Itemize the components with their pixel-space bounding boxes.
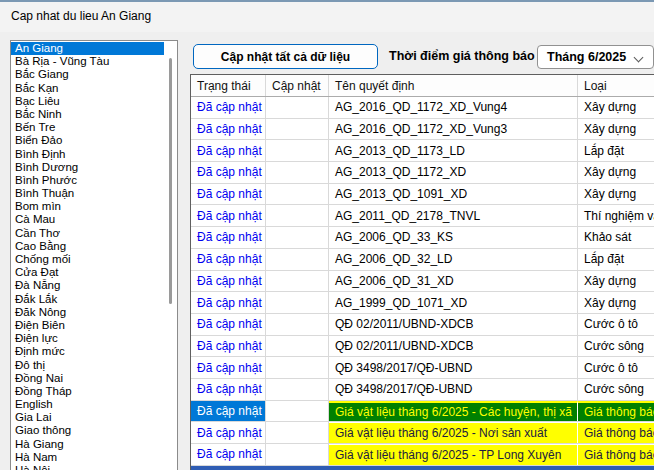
update-all-button[interactable]: Cập nhật tất cả dữ liệu xyxy=(193,44,378,69)
column-header-status[interactable]: Trạng thái xyxy=(191,75,266,96)
table-row[interactable]: Đã cập nhật AG_2013_QD_1173_LD Lắp đặt xyxy=(191,140,654,162)
partial-next-row[interactable] xyxy=(191,466,654,470)
list-item[interactable]: Bà Rịa - Vũng Tàu xyxy=(11,55,164,68)
province-list-scrollbar[interactable] xyxy=(165,41,177,470)
cell-update xyxy=(266,97,329,118)
list-item[interactable]: Cà Mau xyxy=(11,213,164,226)
list-item[interactable]: Bình Định xyxy=(11,148,164,161)
table-row[interactable]: Đã cập nhật QĐ 02/2011/UBND-XDCB Cước sô… xyxy=(191,336,654,358)
cell-name: AG_1999_QD_1071_XD xyxy=(329,292,578,313)
table-row[interactable]: Đã cập nhật QĐ 3498/2017/QĐ-UBND Cước sô… xyxy=(191,379,654,401)
list-item[interactable]: Bình Dương xyxy=(11,161,164,174)
list-item[interactable]: Bắc Giang xyxy=(11,68,164,81)
list-item[interactable]: Đồng Nai xyxy=(11,372,164,385)
list-item[interactable]: Hà Nội xyxy=(11,464,164,470)
list-item[interactable]: An Giang xyxy=(11,42,164,55)
province-list-items: An GiangBà Rịa - Vũng TàuBắc GiangBắc Kạ… xyxy=(11,41,177,470)
list-item[interactable]: Đồng Tháp xyxy=(11,385,164,398)
table-row[interactable]: Đã cập nhật AG_2016_QD_1172_XD_Vung3 Xây… xyxy=(191,119,654,141)
table-row[interactable]: Đã cập nhật QĐ 02/2011/UBND-XDCB Cước ô … xyxy=(191,314,654,336)
cell-status: Đã cập nhật xyxy=(191,140,266,161)
table-body: Đã cập nhật AG_2016_QD_1172_XD_Vung4 Xây… xyxy=(191,97,654,466)
list-item[interactable]: Cần Thơ xyxy=(11,227,164,240)
list-item[interactable]: Điện lực xyxy=(11,332,164,345)
list-item[interactable]: Hà Giang xyxy=(11,438,164,451)
price-time-label: Thời điểm giá thông báo xyxy=(389,44,535,69)
titlebar: Cap nhat du lieu An Giang xyxy=(0,0,654,32)
update-data-window: Cap nhat du lieu An Giang An GiangBà Rịa… xyxy=(0,0,654,470)
cell-update xyxy=(266,227,329,248)
cell-type: Cước ô tô xyxy=(578,314,654,335)
scrollbar-thumb[interactable] xyxy=(169,58,172,304)
cell-type: Cước sông xyxy=(578,336,654,357)
table-row[interactable]: Đã cập nhật AG_2011_QD_2178_TNVL Thí ngh… xyxy=(191,205,654,227)
column-header-name[interactable]: Tên quyết định xyxy=(329,75,578,96)
list-item[interactable]: Hà Nam xyxy=(11,451,164,464)
cell-update xyxy=(266,162,329,183)
table-row[interactable]: Đã cập nhật AG_2006_QD_32_LD Lắp đặt xyxy=(191,249,654,271)
list-item[interactable]: Chống mối xyxy=(11,253,164,266)
cell-type: Cước sông xyxy=(578,379,654,400)
list-item[interactable]: Cửa Đạt xyxy=(11,266,164,279)
cell-update xyxy=(266,336,329,357)
cell-update xyxy=(266,401,329,422)
cell-update xyxy=(266,444,329,465)
list-item[interactable]: Đăk Nông xyxy=(11,306,164,319)
cell-status: Đã cập nhật xyxy=(191,119,266,140)
list-item[interactable]: Giao thông xyxy=(11,424,164,437)
cell-name: QĐ 3498/2017/QĐ-UBND xyxy=(329,357,578,378)
list-item[interactable]: Bình Phước xyxy=(11,174,164,187)
cell-status: Đã cập nhật xyxy=(191,336,266,357)
list-item[interactable]: Định mức xyxy=(11,345,164,358)
table-row[interactable]: Đã cập nhật QĐ 3498/2017/QĐ-UBND Cước ô … xyxy=(191,357,654,379)
list-item[interactable]: Bến Tre xyxy=(11,121,164,134)
list-item[interactable]: Bình Thuận xyxy=(11,187,164,200)
cell-status: Đã cập nhật xyxy=(191,401,266,422)
cell-type: Khảo sát xyxy=(578,227,654,248)
price-time-combobox[interactable]: Tháng 6/2025 xyxy=(537,45,654,69)
cell-status: Đã cập nhật xyxy=(191,249,266,270)
cell-update xyxy=(266,249,329,270)
list-item[interactable]: Bạc Liêu xyxy=(11,95,164,108)
cell-type: Xây dựng xyxy=(578,271,654,292)
table-row[interactable]: Đã cập nhật AG_2006_QD_33_KS Khảo sát xyxy=(191,227,654,249)
table-row[interactable]: Đã cập nhật AG_2013_QD_1091_XD Xây dựng xyxy=(191,184,654,206)
cell-name: AG_2006_QD_33_KS xyxy=(329,227,578,248)
table-row[interactable]: Đã cập nhật AG_1999_QD_1071_XD Xây dựng xyxy=(191,292,654,314)
price-time-value: Tháng 6/2025 xyxy=(538,50,635,64)
table-row[interactable]: Đã cập nhật AG_2006_QD_31_XD Xây dựng xyxy=(191,271,654,293)
list-item[interactable]: Đô thị xyxy=(11,359,164,372)
list-item[interactable]: Đắk Lắk xyxy=(11,293,164,306)
cell-type: Xây dựng xyxy=(578,97,654,118)
list-item[interactable]: Biển Đảo xyxy=(11,134,164,147)
cell-name: Giá vật liệu tháng 6/2025 - Các huyện, t… xyxy=(329,401,578,422)
list-item[interactable]: Đà Nẵng xyxy=(11,279,164,292)
list-item[interactable]: Bom mìn xyxy=(11,200,164,213)
cell-name: QĐ 02/2011/UBND-XDCB xyxy=(329,336,578,357)
cell-type: Giá thông báo xyxy=(578,422,654,443)
cell-name: AG_2013_QD_1172_XD xyxy=(329,162,578,183)
table-row[interactable]: Đã cập nhật AG_2016_QD_1172_XD_Vung4 Xây… xyxy=(191,97,654,119)
list-item[interactable]: Điện Biên xyxy=(11,319,164,332)
cell-status: Đã cập nhật xyxy=(191,97,266,118)
cell-type: Xây dựng xyxy=(578,162,654,183)
table-row[interactable]: Đã cập nhật Giá vật liệu tháng 6/2025 - … xyxy=(191,444,654,466)
column-header-update[interactable]: Cập nhật xyxy=(266,75,329,96)
table-row[interactable]: Đã cập nhật AG_2013_QD_1172_XD Xây dựng xyxy=(191,162,654,184)
table-row[interactable]: Đã cập nhật Giá vật liệu tháng 6/2025 - … xyxy=(191,422,654,444)
column-header-type[interactable]: Loại xyxy=(578,75,654,96)
cell-name: AG_2016_QD_1172_XD_Vung3 xyxy=(329,119,578,140)
cell-type: Xây dựng xyxy=(578,184,654,205)
cell-name: Giá vật liệu tháng 6/2025 - Nơi sản xuất xyxy=(329,422,578,443)
list-item[interactable]: Bắc Ninh xyxy=(11,108,164,121)
list-item[interactable]: Bắc Kạn xyxy=(11,82,164,95)
table-row[interactable]: Đã cập nhật Giá vật liệu tháng 6/2025 - … xyxy=(191,401,654,423)
cell-name: AG_2013_QD_1173_LD xyxy=(329,140,578,161)
list-item[interactable]: Gia Lai xyxy=(11,411,164,424)
cell-update xyxy=(266,357,329,378)
cell-type: Lắp đặt xyxy=(578,140,654,161)
province-list[interactable]: An GiangBà Rịa - Vũng TàuBắc GiangBắc Kạ… xyxy=(10,40,178,470)
list-item[interactable]: English xyxy=(11,398,164,411)
list-item[interactable]: Cao Bằng xyxy=(11,240,164,253)
cell-status: Đã cập nhật xyxy=(191,184,266,205)
